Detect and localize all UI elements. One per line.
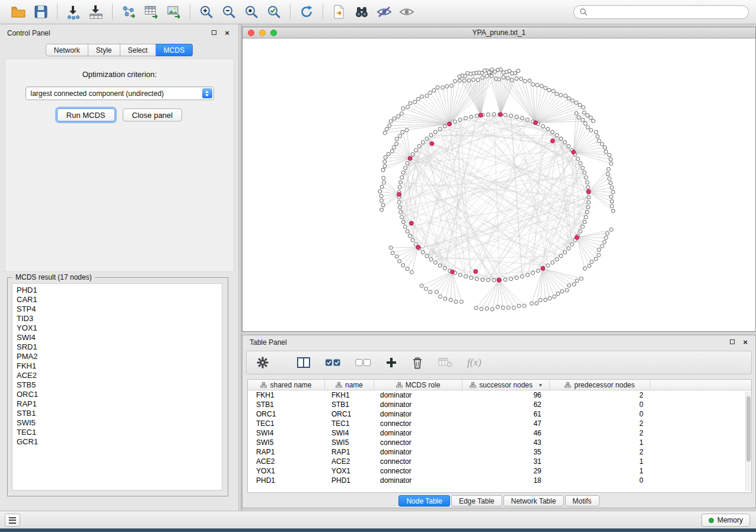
export-image-button[interactable]	[164, 2, 184, 21]
tab-network[interactable]: Network	[46, 44, 88, 56]
tab-network-table[interactable]: Network Table	[503, 495, 564, 507]
table-row[interactable]: ORC1ORC1dominator610	[248, 409, 751, 419]
table-row[interactable]: SWI5SWI5connector431	[248, 438, 751, 447]
table-panel-float-button[interactable]	[728, 338, 736, 346]
mcds-result-item[interactable]: ACE2	[17, 371, 222, 380]
table-column-icon	[470, 382, 476, 388]
tab-mcds[interactable]: MCDS	[156, 44, 193, 56]
export-network-button[interactable]	[119, 2, 139, 21]
select-all-rows-button[interactable]	[325, 357, 341, 368]
table-panel-close-button[interactable]: ×	[741, 338, 749, 346]
network-view-window: YPA_prune.txt_1	[242, 27, 756, 332]
mcds-result-item[interactable]: CAR1	[17, 295, 222, 305]
mcds-result-item[interactable]: STB5	[17, 380, 222, 390]
table-cell: dominator	[374, 429, 462, 437]
mcds-result-list[interactable]: PHD1CAR1STP4TID3YOX1SWI4SRD1PMA2FKH1ACE2…	[12, 283, 222, 491]
table-row[interactable]: PHD1PHD1dominator180	[248, 476, 751, 485]
toolbar-separator	[57, 4, 58, 20]
mcds-result-item[interactable]: TID3	[17, 314, 222, 323]
mcds-result-item[interactable]: SRD1	[17, 342, 222, 352]
clone-network-button[interactable]	[329, 2, 349, 21]
global-search-field[interactable]	[573, 5, 749, 19]
select-all-icon	[325, 357, 341, 368]
mcds-result-item[interactable]: STP4	[17, 305, 222, 314]
mcds-result-item[interactable]: TEC1	[17, 428, 222, 437]
close-panel-button[interactable]: Close panel	[123, 108, 183, 121]
hide-unselected-button[interactable]	[374, 2, 394, 21]
mcds-result-item[interactable]: ORC1	[17, 390, 222, 399]
table-row[interactable]: TEC1TEC1connector472	[248, 419, 751, 428]
table-scrollbar[interactable]	[745, 392, 751, 491]
column-header-predecessor-nodes[interactable]: predecessor nodes	[550, 380, 650, 390]
column-header-name[interactable]: name	[325, 380, 374, 390]
table-cell: PHD1	[248, 476, 325, 485]
mcds-result-item[interactable]: YOX1	[17, 323, 222, 333]
minimize-window-icon[interactable]	[259, 30, 266, 36]
optimization-criterion-select[interactable]: largest connected component (undirected)	[25, 86, 214, 100]
table-row[interactable]: YOX1YOX1connector291	[248, 466, 751, 476]
close-window-icon[interactable]	[248, 30, 254, 36]
zoom-out-button[interactable]	[219, 2, 239, 21]
mcds-result-item[interactable]: SWI4	[17, 333, 222, 342]
zoom-fit-content-button[interactable]	[241, 2, 261, 21]
open-session-button[interactable]	[8, 2, 28, 21]
mcds-result-item[interactable]: PMA2	[17, 352, 222, 361]
table-row[interactable]: SWI4SWI4dominator462	[248, 428, 751, 438]
table-cell: PHD1	[325, 476, 374, 485]
scrollbar-thumb[interactable]	[747, 396, 751, 462]
eye-slash-icon	[376, 4, 393, 20]
memory-button[interactable]: Memory	[701, 514, 750, 527]
binoculars-icon	[354, 4, 369, 20]
table-row[interactable]: FKH1FKH1dominator962	[248, 390, 751, 400]
table-cell: 1	[550, 467, 650, 475]
show-columns-button[interactable]	[296, 357, 311, 368]
tab-style[interactable]: Style	[88, 44, 120, 56]
export-table-button[interactable]	[141, 2, 161, 21]
tab-motifs[interactable]: Motifs	[565, 495, 599, 507]
tab-select[interactable]: Select	[120, 44, 156, 56]
zoom-in-button[interactable]	[196, 2, 216, 21]
search-network-button[interactable]	[352, 2, 372, 21]
table-row[interactable]: STB1STB1dominator620	[248, 400, 751, 409]
open-folder-icon	[11, 5, 26, 19]
save-session-button[interactable]	[31, 2, 51, 21]
mcds-result-item[interactable]: FKH1	[17, 361, 222, 371]
optimization-criterion-label: Optimization criterion:	[5, 70, 234, 79]
table-row[interactable]: RAP1RAP1dominator352	[248, 447, 751, 457]
add-column-button[interactable]	[385, 357, 397, 368]
refresh-view-button[interactable]	[296, 2, 317, 21]
run-mcds-button[interactable]: Run MCDS	[57, 108, 115, 121]
import-network-button[interactable]	[63, 2, 84, 21]
table-row[interactable]: ACE2ACE2connector311	[248, 457, 751, 466]
table-cell: dominator	[374, 391, 462, 399]
table-cell: ACE2	[325, 457, 374, 466]
table-settings-button[interactable]	[256, 356, 269, 369]
network-graph[interactable]	[243, 39, 755, 331]
deselect-all-rows-button[interactable]	[355, 357, 371, 368]
mcds-result-item[interactable]: SWI5	[17, 418, 222, 428]
control-panel-float-button[interactable]	[210, 28, 218, 37]
menu-icon	[9, 517, 16, 524]
tab-edge-table[interactable]: Edge Table	[451, 495, 502, 507]
column-header-shared-name[interactable]: shared name	[248, 380, 325, 390]
mcds-result-item[interactable]: STB1	[17, 409, 222, 418]
show-all-button[interactable]	[397, 2, 417, 21]
control-panel: Control Panel × Network Style Select MCD…	[0, 24, 239, 511]
toolbar-separator	[290, 4, 291, 20]
main-toolbar	[0, 0, 756, 24]
search-input[interactable]	[591, 8, 743, 16]
column-header-mcds-role[interactable]: MCDS role	[374, 380, 462, 390]
tab-node-table[interactable]: Node Table	[398, 495, 450, 507]
mcds-result-item[interactable]: RAP1	[17, 399, 222, 409]
column-header-successor-nodes[interactable]: successor nodes ▾	[462, 380, 550, 390]
network-canvas[interactable]	[243, 39, 755, 331]
mcds-result-item[interactable]: GCR1	[17, 437, 222, 447]
import-table-button[interactable]	[86, 2, 106, 21]
gear-icon	[256, 356, 269, 369]
mcds-result-item[interactable]: PHD1	[17, 286, 222, 295]
panel-menu-button[interactable]	[5, 514, 20, 527]
maximize-window-icon[interactable]	[270, 30, 277, 36]
delete-columns-button[interactable]	[412, 356, 423, 369]
control-panel-close-button[interactable]: ×	[223, 28, 231, 37]
zoom-selected-button[interactable]	[264, 2, 284, 21]
